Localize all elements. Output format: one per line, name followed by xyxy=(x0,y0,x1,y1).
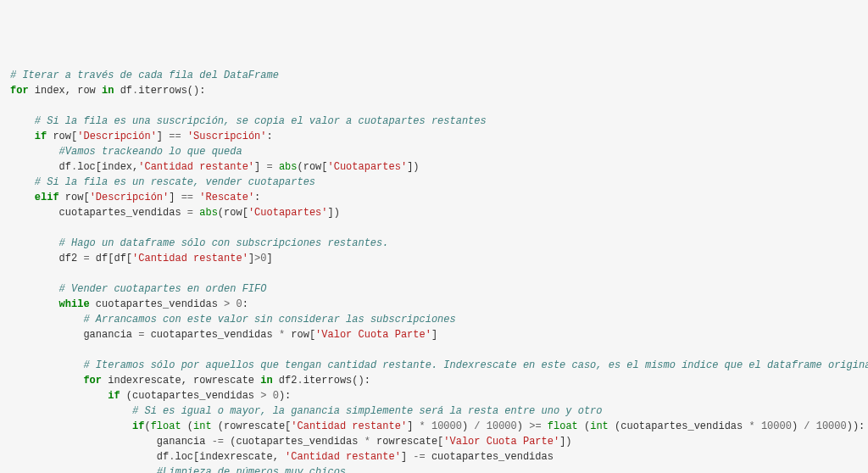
comment: # Vender cuotapartes en orden FIFO xyxy=(59,283,267,295)
string: 'Cantidad restante' xyxy=(138,161,254,173)
code-line: ganancia -= (cuotapartes_vendidas * rowr… xyxy=(10,434,858,449)
comment: # Si es igual o mayor, la ganancia simpl… xyxy=(132,405,603,417)
code-line: # Si es igual o mayor, la ganancia simpl… xyxy=(10,403,858,419)
code-line: if row['Descripción'] == 'Suscripción': xyxy=(10,129,858,144)
keyword-if: if xyxy=(35,131,47,142)
code-line: # Si la fila es una suscripción, se copi… xyxy=(10,114,858,129)
code-line: ganancia = cuotapartes_vendidas * row['V… xyxy=(10,327,858,342)
keyword-for: for xyxy=(83,375,102,387)
keyword-for: for xyxy=(10,85,29,97)
code-line: df.loc[index,'Cantidad restante'] = abs(… xyxy=(10,159,858,175)
code-line: df2 = df[df['Cantidad restante']>0] xyxy=(10,251,858,266)
string: 'Cantidad restante' xyxy=(132,253,248,264)
string: 'Cantidad restante' xyxy=(291,420,407,432)
code-line xyxy=(10,342,858,358)
builtin: int xyxy=(193,420,212,432)
comment: # Si la fila es un rescate, vender cuota… xyxy=(35,176,315,188)
code-line: # Si la fila es un rescate, vender cuota… xyxy=(10,175,858,190)
string: 'Cantidad restante' xyxy=(285,451,401,463)
builtin: int xyxy=(590,420,609,432)
keyword-if: if xyxy=(108,390,120,402)
string: 'Rescate' xyxy=(199,192,254,203)
comment: # Si la fila es una suscripción, se copi… xyxy=(35,115,487,127)
comment: # Arrancamos con este valor sin consider… xyxy=(83,314,455,326)
code-line: if (cuotapartes_vendidas > 0): xyxy=(10,388,858,403)
keyword-elif: elif xyxy=(35,192,59,203)
comment: #Vamos trackeando lo que queda xyxy=(59,146,242,158)
code-line: # Arrancamos con este valor sin consider… xyxy=(10,312,858,327)
code-line xyxy=(10,266,858,281)
code-line: cuotapartes_vendidas = abs(row['Cuotapar… xyxy=(10,205,858,220)
comment: # Iteramos sólo por aquellos que tengan … xyxy=(83,359,868,371)
string: 'Valor Cuota Parte' xyxy=(315,329,431,341)
code-line: # Hago un dataframe sólo con subscripcio… xyxy=(10,236,858,251)
code-line: if(float (int (rowrescate['Cantidad rest… xyxy=(10,419,858,434)
builtin: abs xyxy=(279,161,298,173)
code-line: #Limpieza de números muy chicos xyxy=(10,465,858,473)
keyword-if: if xyxy=(132,420,144,432)
code-line: # Iteramos sólo por aquellos que tengan … xyxy=(10,358,858,373)
code-line: elif row['Descripción'] == 'Rescate': xyxy=(10,190,858,205)
code-line xyxy=(10,98,858,114)
code-line: df.loc[indexrescate, 'Cantidad restante'… xyxy=(10,449,858,465)
string: 'Descripción' xyxy=(90,192,170,203)
builtin: float xyxy=(548,420,578,432)
code-line: # Vender cuotapartes en orden FIFO xyxy=(10,281,858,297)
comment: #Limpieza de números muy chicos xyxy=(157,466,346,473)
code-line: for indexrescate, rowrescate in df2.iter… xyxy=(10,373,858,388)
keyword-in: in xyxy=(102,85,114,97)
builtin: float xyxy=(151,420,181,432)
code-line: while cuotapartes_vendidas > 0: xyxy=(10,297,858,312)
code-line: # Iterar a través de cada fila del DataF… xyxy=(10,68,858,83)
string: 'Cuotapartes' xyxy=(248,207,328,219)
comment: # Hago un dataframe sólo con subscripcio… xyxy=(59,237,389,249)
code-block: # Iterar a través de cada fila del DataF… xyxy=(10,68,858,473)
keyword-in: in xyxy=(260,375,272,387)
keyword-while: while xyxy=(59,298,90,310)
string: 'Cuotapartes' xyxy=(328,161,408,173)
string: 'Descripción' xyxy=(77,131,157,142)
string: 'Valor Cuota Parte' xyxy=(443,436,559,448)
string: 'Suscripción' xyxy=(187,131,267,142)
builtin: abs xyxy=(199,207,218,219)
code-line: for index, row in df.iterrows(): xyxy=(10,83,858,98)
code-line: #Vamos trackeando lo que queda xyxy=(10,144,858,159)
comment: # Iterar a través de cada fila del DataF… xyxy=(10,70,279,81)
code-line xyxy=(10,220,858,236)
